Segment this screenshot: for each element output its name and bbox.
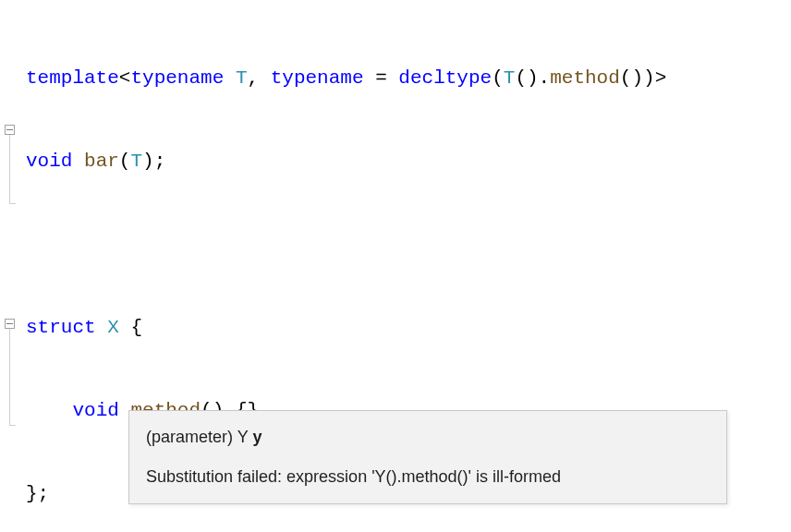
punct: );: [142, 151, 165, 172]
blank-line[interactable]: [26, 231, 791, 259]
tooltip-kind: (parameter): [146, 428, 233, 446]
code-line[interactable]: struct X {: [26, 314, 791, 342]
keyword: template: [26, 67, 119, 89]
punct: (: [492, 67, 504, 89]
punct: };: [26, 483, 49, 504]
keyword: decltype: [398, 67, 492, 89]
keyword: void: [26, 151, 72, 172]
op: =: [364, 67, 399, 89]
hover-tooltip: (parameter) Y y Substitution failed: exp…: [128, 410, 727, 504]
keyword: struct: [26, 317, 96, 338]
punct: ()): [620, 67, 655, 89]
fold-end-x: [9, 203, 16, 204]
type-ref: T: [504, 67, 516, 89]
indent: [26, 400, 72, 421]
keyword: typename: [130, 67, 224, 89]
punct: ().: [515, 67, 550, 89]
code-line[interactable]: void bar(T);: [26, 148, 791, 175]
keyword: void: [72, 400, 118, 421]
keyword: typename: [271, 67, 364, 89]
tooltip-message: Substitution failed: expression 'Y().met…: [146, 464, 710, 490]
punct: >: [655, 67, 667, 89]
code-editor[interactable]: template<typename T, typename = decltype…: [0, 0, 791, 532]
method-call: method: [550, 67, 620, 89]
code-line[interactable]: template<typename T, typename = decltype…: [26, 65, 791, 92]
tooltip-name: y: [252, 428, 262, 446]
fold-line-x: [9, 135, 10, 203]
fold-toggle-test[interactable]: [5, 319, 15, 329]
punct: <: [119, 67, 131, 89]
type-param: T: [236, 67, 248, 89]
tooltip-type: Y: [237, 428, 249, 446]
function-decl: bar: [84, 151, 119, 172]
fold-end-test: [9, 425, 16, 426]
space: [72, 151, 84, 172]
fold-toggle-struct-x[interactable]: [5, 125, 15, 135]
tooltip-signature: (parameter) Y y: [146, 424, 710, 451]
fold-line-test: [9, 329, 10, 425]
punct: ,: [247, 67, 270, 89]
punct: (: [119, 151, 131, 172]
type-decl: X: [107, 317, 119, 338]
type-ref: T: [130, 151, 142, 172]
punct: {: [119, 317, 142, 338]
space: [224, 67, 236, 89]
space: [96, 317, 108, 338]
